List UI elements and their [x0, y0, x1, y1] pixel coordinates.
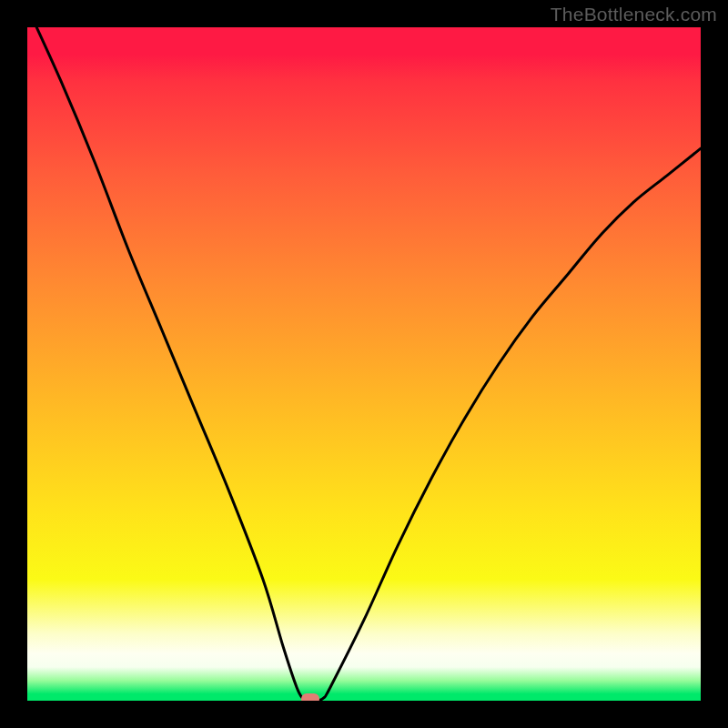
chart-container: TheBottleneck.com	[0, 0, 728, 728]
plot-area	[27, 27, 701, 701]
minimum-marker	[301, 693, 319, 701]
watermark-text: TheBottleneck.com	[551, 4, 717, 25]
bottleneck-curve	[27, 27, 701, 701]
curve-svg	[27, 27, 701, 701]
